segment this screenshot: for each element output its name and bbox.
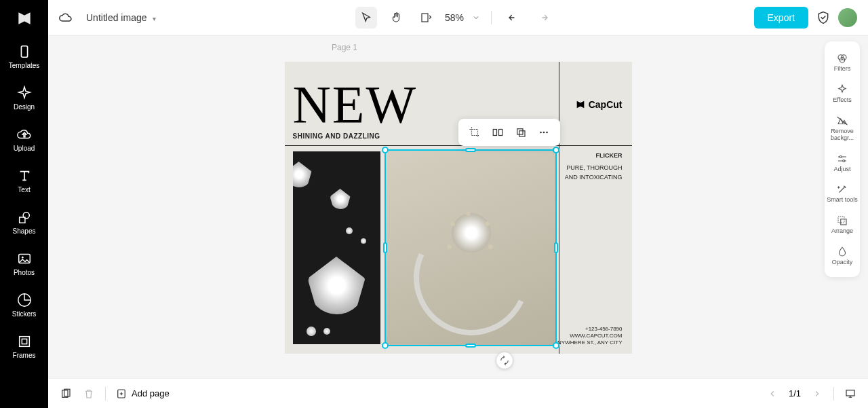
opacity-icon — [836, 246, 848, 258]
floating-toolbar — [458, 119, 560, 146]
right-item-label: Smart tools — [827, 197, 858, 204]
resize-tool-button[interactable] — [415, 7, 437, 29]
pure-line2: AND INTOXICATING — [565, 173, 623, 183]
cursor-icon — [360, 12, 372, 24]
resize-handle-w[interactable] — [383, 242, 387, 253]
user-avatar[interactable] — [838, 8, 857, 27]
smart-tools-icon — [836, 183, 848, 196]
flicker-text[interactable]: FLICKER — [596, 152, 623, 159]
undo-icon — [507, 12, 519, 24]
duplicate-icon — [515, 126, 527, 138]
stickers-icon — [17, 293, 32, 308]
right-item-effects[interactable]: Effects — [825, 78, 860, 109]
flip-icon — [492, 126, 504, 138]
more-icon — [538, 126, 550, 138]
sidebar-item-label: Stickers — [12, 310, 37, 318]
delete-page-button[interactable] — [82, 387, 96, 401]
zoom-level[interactable]: 58% — [445, 12, 464, 23]
shapes-icon — [17, 210, 32, 225]
right-item-label: Opacity — [832, 259, 853, 266]
document-title[interactable]: Untitled image — [86, 12, 156, 23]
add-page-button[interactable]: Add page — [115, 388, 170, 400]
chevron-right-icon — [812, 389, 822, 398]
sidebar-item-photos[interactable]: Photos — [0, 243, 48, 284]
sidebar-item-label: Photos — [14, 269, 35, 276]
sidebar-item-label: Design — [14, 103, 35, 111]
app-logo[interactable] — [0, 0, 48, 36]
crop-button[interactable] — [465, 123, 484, 142]
crop-icon — [469, 126, 481, 138]
right-item-adjust[interactable]: Adjust — [825, 147, 860, 179]
right-item-opacity[interactable]: Opacity — [825, 240, 860, 272]
svg-point-18 — [840, 155, 842, 157]
more-button[interactable] — [534, 123, 553, 142]
svg-point-12 — [540, 132, 542, 134]
canvas-area[interactable]: Page 1 NEW SHINING AND DAZZLING CapCut F… — [48, 36, 868, 378]
sidebar-item-stickers[interactable]: Stickers — [0, 284, 48, 326]
svg-rect-10 — [517, 129, 523, 134]
zoom-dropdown-icon[interactable] — [472, 14, 480, 22]
resize-handle-e[interactable] — [554, 242, 558, 253]
page-label: Page 1 — [332, 43, 357, 52]
undo-button[interactable] — [502, 7, 524, 29]
right-item-filters[interactable]: Filters — [825, 47, 860, 78]
svg-point-4 — [21, 257, 23, 259]
svg-point-19 — [843, 160, 845, 162]
resize-handle-sw[interactable] — [382, 342, 389, 349]
duplicate-button[interactable] — [511, 123, 530, 142]
effects-icon — [836, 84, 848, 96]
flip-button[interactable] — [488, 123, 507, 142]
resize-handle-se[interactable] — [553, 342, 559, 349]
divider-line — [559, 62, 559, 354]
chevron-left-icon — [768, 389, 777, 398]
sidebar-item-upload[interactable]: Upload — [0, 119, 48, 160]
shield-icon[interactable] — [816, 11, 830, 24]
website-text[interactable]: WWW.CAPCUT.COM — [570, 333, 622, 339]
cloud-sync-icon[interactable] — [59, 11, 73, 24]
image-diamonds[interactable] — [293, 151, 380, 344]
presentation-icon — [844, 388, 856, 400]
right-item-remove-bg[interactable]: Remove backgr... — [825, 109, 860, 147]
sidebar-item-templates[interactable]: Templates — [0, 36, 48, 77]
phone-text[interactable]: +123-456-7890 — [585, 326, 623, 332]
right-item-label: Filters — [834, 66, 851, 73]
right-item-label: Remove backgr... — [825, 128, 860, 142]
svg-rect-6 — [22, 339, 26, 344]
image-ring-selected[interactable] — [386, 151, 557, 346]
svg-rect-9 — [499, 130, 502, 136]
sidebar-item-design[interactable]: Design — [0, 77, 48, 119]
prev-page-button[interactable] — [766, 387, 779, 401]
templates-icon — [17, 44, 32, 59]
heading-text[interactable]: NEW — [293, 74, 418, 135]
sidebar-item-frames[interactable]: Frames — [0, 326, 48, 367]
resize-handle-n[interactable] — [465, 148, 476, 152]
hand-icon — [390, 12, 402, 24]
redo-button[interactable] — [532, 7, 554, 29]
sidebar-item-text[interactable]: Text — [0, 160, 48, 202]
separator — [105, 387, 106, 401]
presentation-button[interactable] — [844, 387, 857, 401]
rotate-icon — [500, 356, 509, 365]
hand-tool-button[interactable] — [385, 7, 407, 29]
add-page-label: Add page — [132, 388, 170, 398]
resize-handle-s[interactable] — [465, 344, 476, 348]
right-item-smart-tools[interactable]: Smart tools — [825, 178, 860, 209]
sidebar-item-shapes[interactable]: Shapes — [0, 202, 48, 243]
svg-rect-8 — [493, 130, 496, 136]
filters-icon — [836, 52, 848, 64]
export-button[interactable]: Export — [754, 7, 808, 29]
next-page-button[interactable] — [810, 387, 824, 401]
select-tool-button[interactable] — [355, 7, 377, 29]
resize-handle-nw[interactable] — [382, 147, 389, 153]
brand-text[interactable]: CapCut — [575, 99, 623, 110]
pages-panel-button[interactable] — [59, 387, 73, 401]
pure-text[interactable]: PURE, THOROUGH AND INTOXICATING — [565, 164, 623, 182]
svg-rect-7 — [422, 14, 428, 22]
rotate-handle[interactable] — [496, 352, 513, 369]
subheading-text[interactable]: SHINING AND DAZZLING — [293, 132, 380, 140]
page-canvas[interactable]: NEW SHINING AND DAZZLING CapCut FLICKER … — [285, 62, 632, 354]
resize-handle-ne[interactable] — [553, 147, 559, 153]
trash-icon — [83, 388, 95, 400]
arrange-icon — [836, 215, 848, 227]
right-item-arrange[interactable]: Arrange — [825, 209, 860, 240]
